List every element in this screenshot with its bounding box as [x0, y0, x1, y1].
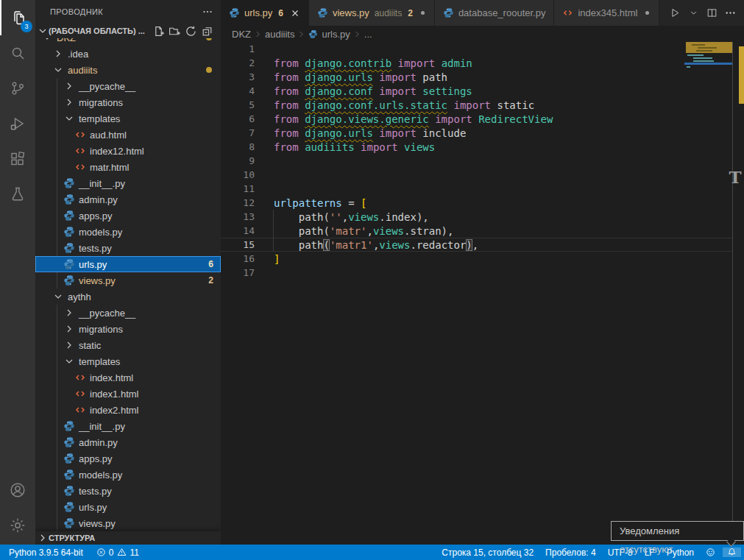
new-folder-icon[interactable]: [169, 25, 181, 38]
activitybar-run-debug[interactable]: [0, 106, 35, 141]
run-button[interactable]: [667, 5, 683, 21]
tree-item-migrations[interactable]: migrations: [35, 321, 221, 337]
minimap-mark: [687, 54, 704, 56]
code-line-14[interactable]: 14 path('matr',views.stran),: [221, 224, 732, 238]
tree-item-aythh[interactable]: aythh: [35, 288, 221, 305]
tree-item-urls-py[interactable]: urls.py: [35, 499, 221, 515]
tree-item-models-py[interactable]: models.py: [35, 224, 221, 240]
close-icon[interactable]: [290, 8, 300, 18]
python-icon: [63, 501, 75, 513]
code-line-1[interactable]: 1: [221, 42, 732, 56]
tree-item-label: admin.py: [79, 194, 118, 205]
line-number: 12: [221, 197, 255, 208]
python-icon: [317, 7, 328, 18]
status-python-interpreter[interactable]: Python 3.9.5 64-bit: [4, 547, 88, 558]
new-file-icon[interactable]: [152, 25, 165, 38]
activitybar-settings[interactable]: [0, 508, 35, 543]
tree-item-index1-html[interactable]: index1.html: [35, 386, 221, 402]
code-line-11[interactable]: 11: [221, 182, 732, 196]
tree-item-views-py[interactable]: views.py: [35, 515, 221, 531]
dirty-dot-icon[interactable]: [419, 10, 426, 16]
more-actions-icon[interactable]: [202, 6, 213, 18]
structure-section-label: СТРУКТУРА: [49, 534, 95, 542]
code-line-13[interactable]: 13 path('',views.index),: [221, 210, 732, 224]
tree-item-apps-py[interactable]: apps.py: [35, 450, 221, 467]
tree-item-admin-py[interactable]: admin.py: [35, 191, 221, 208]
breadcrumb-item-audiiits[interactable]: audiiits: [265, 29, 294, 40]
tree-item-pycache[interactable]: __pycache__: [35, 78, 221, 94]
tab-database-roouter-py[interactable]: database_roouter.py: [435, 0, 555, 26]
code-editor[interactable]: 12from django.contrib import admin3from …: [221, 42, 744, 545]
tree-item-static[interactable]: static: [35, 337, 221, 353]
line-number: 7: [221, 127, 255, 138]
tree-item-views-py[interactable]: views.py2: [35, 272, 221, 288]
more-actions-button[interactable]: [722, 5, 738, 21]
python-icon: [63, 420, 75, 432]
minimap[interactable]: [684, 42, 733, 130]
workspace-section-header[interactable]: (РАБОЧАЯ ОБЛАСТЬ) ...: [35, 24, 221, 38]
code-line-5[interactable]: 5from django.conf.urls.static import sta…: [221, 98, 732, 112]
tree-item-urls-py[interactable]: urls.py6: [35, 256, 221, 272]
tree-item-tests-py[interactable]: tests.py: [35, 483, 221, 499]
status-cursor-position[interactable]: Строка 15, столбец 32: [437, 547, 538, 558]
tree-item-templates[interactable]: templates: [35, 110, 221, 127]
tab-index345-html[interactable]: index345.html: [554, 0, 659, 26]
code-line-12[interactable]: 12urlpatterns = [: [221, 196, 732, 210]
minimap-mark: [692, 44, 705, 46]
tab-urls-py[interactable]: urls.py6: [221, 0, 309, 26]
code-line-6[interactable]: 6from django.views.generic import Redire…: [221, 112, 732, 126]
activitybar-extensions[interactable]: [0, 141, 35, 177]
tree-item-init-py[interactable]: __init__.py: [35, 175, 221, 191]
tree-item-index12-html[interactable]: index12.html: [35, 143, 221, 159]
search-icon: [9, 44, 26, 62]
code-line-15[interactable]: 15 path('matr1',views.redactor),: [221, 238, 732, 252]
code-line-16[interactable]: 16]: [221, 252, 732, 266]
tree-item-matr-html[interactable]: matr.html: [35, 159, 221, 175]
collapse-all-icon[interactable]: [201, 25, 213, 38]
code-line-8[interactable]: 8from audiiits import views: [221, 140, 732, 154]
activitybar-explorer[interactable]: 3: [0, 0, 35, 35]
code-line-7[interactable]: 7from django.urls import include: [221, 126, 732, 140]
tree-item-migrations[interactable]: migrations: [35, 94, 221, 110]
status-indentation[interactable]: Пробелов: 4: [541, 547, 600, 558]
tree-item-aud-html[interactable]: aud.html: [35, 127, 221, 143]
overview-ruler-modified-marker[interactable]: [739, 46, 744, 104]
chevron-right-icon: [63, 323, 75, 335]
tree-item-templates[interactable]: templates: [35, 353, 221, 369]
breadcrumb-item-urls-py[interactable]: urls.py: [308, 29, 350, 40]
tree-item-pycache[interactable]: __pycache__: [35, 305, 221, 321]
refresh-icon[interactable]: [185, 25, 197, 38]
tree-item-label: DKZ: [57, 38, 76, 43]
status-problems[interactable]: 011: [92, 547, 144, 558]
tree-item-models-py[interactable]: models.py: [35, 467, 221, 483]
code-line-9[interactable]: 9: [221, 154, 732, 168]
code-line-10[interactable]: 10: [221, 168, 732, 182]
status-notifications[interactable]: [723, 547, 741, 557]
tree-item-admin-py[interactable]: admin.py: [35, 434, 221, 450]
tree-item-audiiits[interactable]: audiiits: [35, 62, 221, 78]
tree-item-init-py[interactable]: __init__.py: [35, 418, 221, 434]
dirty-dot-icon[interactable]: [644, 10, 651, 16]
status-feedback[interactable]: [701, 547, 720, 557]
code-line-4[interactable]: 4from django.conf import settings: [221, 84, 732, 98]
tree-item-apps-py[interactable]: apps.py: [35, 208, 221, 224]
tree-item-dkz[interactable]: DKZ: [35, 38, 221, 46]
activitybar-account[interactable]: [0, 472, 35, 508]
breadcrumb-item-[interactable]: ...: [364, 29, 372, 40]
breadcrumb-item-dkz[interactable]: DKZ: [232, 29, 251, 40]
split-editor-button[interactable]: [704, 5, 720, 21]
code-line-2[interactable]: 2from django.contrib import admin: [221, 56, 732, 70]
activitybar-testing[interactable]: [0, 177, 35, 212]
code-line-17[interactable]: 17: [221, 266, 732, 280]
activitybar-source-control[interactable]: [0, 71, 35, 106]
tree-item-index2-html[interactable]: index2.html: [35, 402, 221, 418]
tree-item-idea[interactable]: .idea: [35, 46, 221, 62]
activitybar-search[interactable]: [0, 35, 35, 71]
structure-section-header[interactable]: СТРУКТУРА: [35, 531, 221, 545]
tree-item-tests-py[interactable]: tests.py: [35, 240, 221, 256]
tab-views-py[interactable]: views.pyaudiiits2: [309, 0, 435, 26]
run-dropdown-button[interactable]: [685, 5, 701, 21]
code-line-3[interactable]: 3from django.urls import path: [221, 70, 732, 84]
tree-item-index-html[interactable]: index.html: [35, 369, 221, 386]
chevron-down-icon: [63, 113, 75, 124]
